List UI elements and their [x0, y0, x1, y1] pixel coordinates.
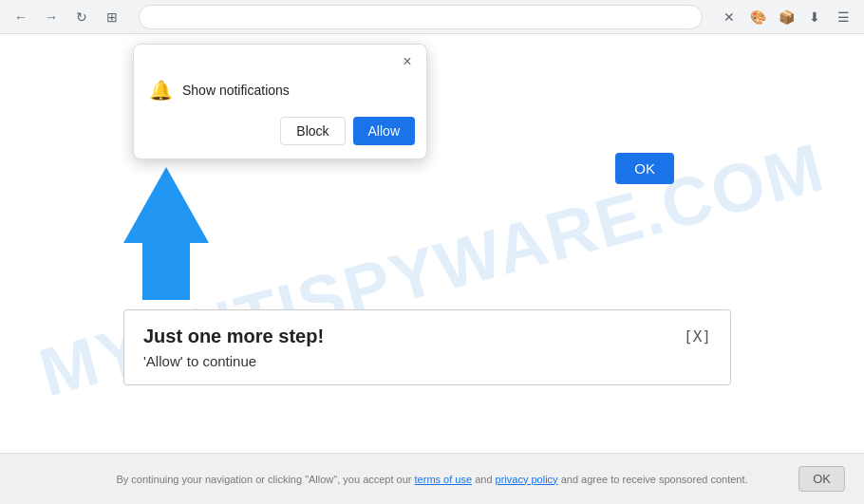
- toolbar-icons: ✕ 🎨 📦 ⬇ ☰: [718, 6, 855, 28]
- info-title: Just one more step!: [143, 326, 324, 347]
- terms-link[interactable]: terms of use: [415, 474, 473, 485]
- info-subtitle: 'Allow' to continue: [143, 353, 711, 369]
- forward-button[interactable]: →: [40, 6, 63, 28]
- footer-text-prefix: By continuing your navigation or clickin…: [116, 474, 414, 485]
- back-button[interactable]: ←: [9, 6, 32, 28]
- download-icon[interactable]: ⬇: [803, 6, 826, 28]
- arrow-up-container: [123, 167, 209, 300]
- arrow-up-icon: [123, 167, 209, 243]
- popup-body: 🔔 Show notifications: [134, 75, 426, 117]
- footer-bar: By continuing your navigation or clickin…: [0, 453, 864, 504]
- ok-button[interactable]: OK: [615, 153, 674, 184]
- footer-and: and: [475, 474, 495, 485]
- info-title-row: Just one more step! [X]: [143, 326, 711, 347]
- address-bar[interactable]: [139, 5, 703, 29]
- popup-actions: Block Allow: [134, 117, 426, 159]
- browser-toolbar: ← → ↻ ⊞ ✕ 🎨 📦 ⬇ ☰: [0, 0, 864, 34]
- footer-ok-button[interactable]: OK: [798, 466, 845, 492]
- popup-close-button[interactable]: ×: [398, 52, 417, 71]
- popup-message: Show notifications: [182, 83, 290, 98]
- arrow-shaft: [142, 243, 190, 300]
- block-button[interactable]: Block: [280, 117, 345, 145]
- grid-button[interactable]: ⊞: [101, 6, 123, 28]
- reload-button[interactable]: ↻: [70, 6, 93, 28]
- privacy-link[interactable]: privacy policy: [496, 474, 558, 485]
- allow-button[interactable]: Allow: [353, 117, 415, 145]
- page-content: MYANTISPYWARE.COM × 🔔 Show notifications…: [0, 34, 864, 504]
- info-box: Just one more step! [X] 'Allow' to conti…: [123, 309, 731, 385]
- footer-text: By continuing your navigation or clickin…: [116, 474, 747, 485]
- palette-icon[interactable]: 🎨: [746, 6, 769, 28]
- info-close-button[interactable]: [X]: [684, 327, 711, 345]
- close-icon[interactable]: ✕: [718, 6, 741, 28]
- notification-icon: 🔔: [149, 79, 173, 102]
- popup-header: ×: [134, 45, 426, 75]
- menu-icon[interactable]: ☰: [832, 6, 855, 28]
- notification-popup: × 🔔 Show notifications Block Allow: [133, 44, 427, 159]
- footer-end: and agree to receive sponsored content.: [561, 474, 748, 485]
- package-icon[interactable]: 📦: [775, 6, 798, 28]
